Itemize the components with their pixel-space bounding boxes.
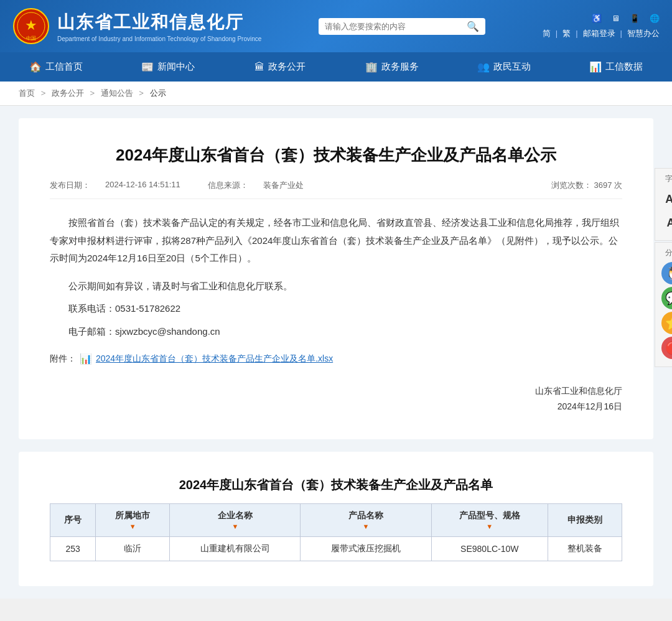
breadcrumb-home[interactable]: 首页 <box>19 88 35 98</box>
share-weibo-button[interactable]: 🔴 <box>661 337 672 359</box>
share-star-button[interactable]: ⭐ <box>661 312 672 334</box>
share-section: 分享 🐧 💬 ⭐ 🔴 <box>655 242 672 367</box>
wechat-qr-icon: 📱 <box>630 14 640 23</box>
excel-icon: 📊 <box>80 353 92 365</box>
nav-govopen[interactable]: 🏛 政务公开 <box>224 52 336 82</box>
data-icon: 📊 <box>589 61 602 73</box>
col-company: 企业名称 ▼ <box>170 504 301 537</box>
citizen-icon: 👥 <box>477 61 490 73</box>
header: ★ 中国 山东省工业和信息化厅 Department of Industry a… <box>0 0 672 82</box>
nav-home-label: 工信首页 <box>45 61 83 73</box>
attachment-file-link[interactable]: 2024年度山东省首台（套）技术装备产品生产企业及名单.xlsx <box>96 353 333 365</box>
service-icon: 🏢 <box>365 61 378 73</box>
nav-news[interactable]: 📰 新闻中心 <box>112 52 224 82</box>
table-header-row: 序号 所属地市 ▼ 企业名称 ▼ <box>50 504 622 537</box>
news-icon: 📰 <box>141 61 154 73</box>
cell-category: 整机装备 <box>548 537 622 561</box>
breadcrumb: 首页 > 政务公开 > 通知公告 > 公示 <box>0 82 672 106</box>
breadcrumb-sep3: > <box>139 88 144 98</box>
cell-city: 临沂 <box>96 537 170 561</box>
nav-home[interactable]: 🏠 工信首页 <box>0 52 112 82</box>
simplified-link[interactable]: 简 <box>543 28 551 39</box>
nav-service-label: 政务服务 <box>381 61 419 73</box>
nav-news-label: 新闻中心 <box>157 61 195 73</box>
emblem-icon: ★ 中国 <box>12 7 50 45</box>
sort-product-icon[interactable]: ▼ <box>363 523 370 530</box>
gov-icon: 🏛 <box>254 62 264 73</box>
products-table: 序号 所属地市 ▼ 企业名称 ▼ <box>50 503 622 561</box>
cell-company: 山重建机有限公司 <box>170 537 301 561</box>
col-product: 产品名称 ▼ <box>301 504 431 537</box>
nav-citizen-label: 政民互动 <box>493 61 531 73</box>
weibo-icon: 🌐 <box>650 14 660 23</box>
share-wechat-button[interactable]: 💬 <box>661 287 672 309</box>
nav-service[interactable]: 🏢 政务服务 <box>336 52 448 82</box>
col-city: 所属地市 ▼ <box>96 504 170 537</box>
sep1: | <box>556 29 558 38</box>
home-icon: 🏠 <box>29 61 42 73</box>
font-section: 字体 A+ A- <box>655 168 672 241</box>
smart-office-link[interactable]: 智慧办公 <box>627 28 660 39</box>
breadcrumb-current: 公示 <box>150 88 166 98</box>
article-meta: 发布日期： 2024-12-16 14:51:11 信息来源： 装备产业处 浏览… <box>50 180 622 199</box>
col-seq: 序号 <box>50 504 96 537</box>
table-title: 2024年度山东省首台（套）技术装备生产企业及产品名单 <box>50 477 622 493</box>
nav-citizen[interactable]: 👥 政民互动 <box>448 52 560 82</box>
breadcrumb-sep2: > <box>90 88 95 98</box>
signature-date: 2024年12月16日 <box>50 399 622 414</box>
col-model: 产品型号、规格 ▼ <box>431 504 548 537</box>
sep3: | <box>620 29 622 38</box>
article-body-para1: 按照省首台（套）技术装备产品认定的有关规定，经各市工业和信息化局、省财政直管县、… <box>50 214 622 268</box>
email-login-link[interactable]: 邮箱登录 <box>583 28 615 39</box>
search-input[interactable] <box>325 22 462 31</box>
traditional-link[interactable]: 繁 <box>562 28 571 39</box>
svg-text:中国: 中国 <box>26 35 36 41</box>
header-icons: ♿ 🖥 📱 🌐 <box>592 14 660 23</box>
cell-model: SE980LC-10W <box>431 537 548 561</box>
accessibility-icon: ♿ <box>592 14 602 23</box>
top-links: 简 | 繁 | 邮箱登录 | 智慧办公 <box>543 28 660 39</box>
meta-date-label: 发布日期： <box>50 180 90 191</box>
font-increase-button[interactable]: A+ <box>661 188 672 210</box>
nav-data[interactable]: 📊 工信数据 <box>560 52 672 82</box>
main-content: 2024年度山东省首台（套）技术装备生产企业及产品名单公示 发布日期： 2024… <box>0 106 672 599</box>
attachment-label: 附件： <box>50 353 76 365</box>
cell-product: 履带式液压挖掘机 <box>301 537 431 561</box>
meta-views-label: 浏览次数： <box>551 180 592 190</box>
meta-views-unit: 次 <box>614 180 622 190</box>
notice-line1: 公示期间如有异议，请及时与省工业和信息化厅联系。 <box>50 278 622 296</box>
meta-views: 3697 <box>594 180 612 190</box>
site-title: 山东省工业和信息化厅 <box>57 11 261 34</box>
sidebar-float: 字体 A+ A- 分享 🐧 💬 ⭐ 🔴 <box>655 168 672 368</box>
main-nav: 🏠 工信首页 📰 新闻中心 🏛 政务公开 🏢 政务服务 👥 政民互动 📊 工信数… <box>0 52 672 82</box>
breadcrumb-govopen[interactable]: 政务公开 <box>52 88 84 98</box>
attachment-section: 附件： 📊 2024年度山东省首台（套）技术装备产品生产企业及名单.xlsx <box>50 353 622 365</box>
share-qq-button[interactable]: 🐧 <box>661 262 672 284</box>
meta-source-label: 信息来源： <box>208 180 248 191</box>
table-section: 2024年度山东省首台（套）技术装备生产企业及产品名单 序号 所属地市 ▼ <box>19 452 653 586</box>
site-title-en: Department of Industry and Information T… <box>57 35 261 42</box>
nav-data-label: 工信数据 <box>605 61 643 73</box>
article-title: 2024年度山东省首台（套）技术装备生产企业及产品名单公示 <box>50 143 622 167</box>
search-bar[interactable]: 🔍 <box>319 18 485 35</box>
table-row: 253 临沂 山重建机有限公司 履带式液压挖掘机 SE980LC-10W 整机装… <box>50 537 622 561</box>
signature-org: 山东省工业和信息化厅 <box>50 383 622 399</box>
font-decrease-button[interactable]: A- <box>661 212 672 234</box>
monitor-icon: 🖥 <box>612 14 620 23</box>
breadcrumb-notice[interactable]: 通知公告 <box>101 88 133 98</box>
sort-company-icon[interactable]: ▼ <box>231 523 238 530</box>
article-signature: 山东省工业和信息化厅 2024年12月16日 <box>50 383 622 414</box>
search-icon[interactable]: 🔍 <box>467 21 479 32</box>
meta-source: 装备产业处 <box>263 180 304 191</box>
nav-govopen-label: 政务公开 <box>268 61 306 73</box>
share-label: 分享 <box>661 248 672 258</box>
content-card: 2024年度山东省首台（套）技术装备生产企业及产品名单公示 发布日期： 2024… <box>19 118 653 439</box>
sort-model-icon[interactable]: ▼ <box>486 523 493 530</box>
notice-line3: 电子邮箱：sjxwzbcyc@shandong.cn <box>50 323 622 341</box>
meta-date: 2024-12-16 14:51:11 <box>105 180 180 191</box>
col-category: 申报类别 <box>548 504 622 537</box>
breadcrumb-sep1: > <box>41 88 46 98</box>
svg-text:★: ★ <box>25 17 37 33</box>
sort-city-icon[interactable]: ▼ <box>129 523 136 530</box>
cell-seq: 253 <box>50 537 96 561</box>
